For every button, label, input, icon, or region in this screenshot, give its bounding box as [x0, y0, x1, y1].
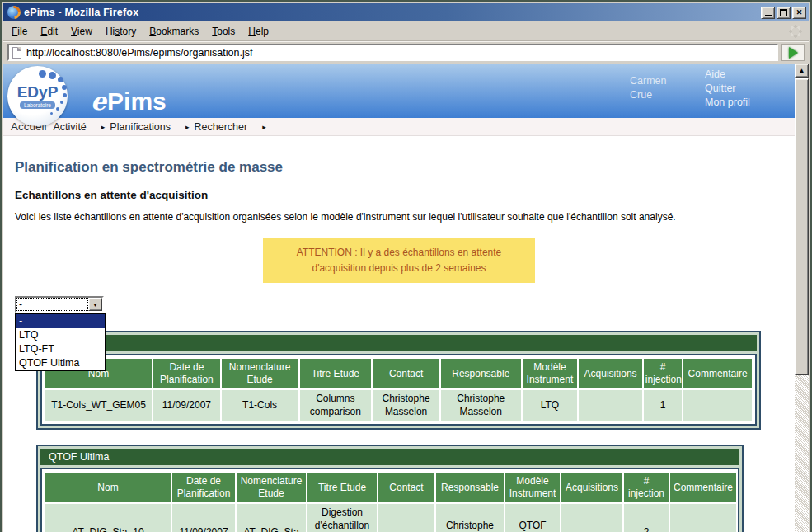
- cell-date: 11/09/2007: [172, 504, 235, 532]
- cell-date: 11/09/2007: [153, 390, 220, 421]
- main-nav: Accueil Activité ▸ Planifications ▸ Rech…: [3, 118, 795, 136]
- col-commentaire: Commentaire: [670, 473, 736, 502]
- site-header: ePims Carmen Crue Aide Quitter Mon profi…: [3, 64, 795, 118]
- col-titre: Titre Etude: [307, 473, 377, 502]
- cell-contact: Christophe Masselon: [373, 390, 439, 421]
- option-qtof-ultima[interactable]: QTOF Ultima: [16, 356, 105, 370]
- option-ltq-ft[interactable]: LTQ-FT: [16, 342, 105, 356]
- section-title: Echantillons en attente d'acquisition: [15, 189, 786, 201]
- window-titlebar[interactable]: ePims - Mozilla Firefox ✕: [3, 3, 809, 21]
- header-links: Aide Quitter Mon profil: [705, 68, 750, 110]
- col-date: Date de Planification: [153, 359, 220, 388]
- submenu-arrow-icon: ▸: [90, 123, 107, 131]
- cell-injection: 2: [624, 504, 669, 532]
- warning-banner: ATTENTION : Il y a des échantillons en a…: [263, 238, 535, 283]
- page-viewport: ePims Carmen Crue Aide Quitter Mon profi…: [3, 64, 795, 532]
- cell-acquisitions: [561, 504, 622, 532]
- page-icon: [12, 47, 21, 59]
- go-button[interactable]: [781, 44, 805, 61]
- table-1-title: [40, 335, 757, 351]
- menu-history[interactable]: History: [99, 23, 143, 40]
- option-ltq[interactable]: LTQ: [16, 328, 105, 342]
- minimize-button[interactable]: [761, 7, 775, 19]
- col-titre: Titre Etude: [300, 359, 372, 388]
- table-row: T1-Cols_WT_GEM05 11/09/2007 T1-Cols Colu…: [45, 390, 752, 421]
- maximize-icon: [780, 9, 787, 16]
- cell-commentaire: [670, 504, 736, 532]
- table-2-title: QTOF Ultima: [40, 449, 739, 465]
- cell-injection: 1: [644, 390, 682, 421]
- col-acquisitions: Acquisitions: [579, 359, 642, 388]
- chevron-down-icon: ▼: [92, 302, 98, 308]
- close-icon: ✕: [796, 8, 803, 16]
- submenu-arrow-icon: ▸: [174, 123, 191, 131]
- page-title: Planification en spectrométrie de masse: [15, 159, 786, 176]
- table-block-qtof-ultima: QTOF Ultima Nom Date de Planification No…: [36, 445, 744, 532]
- menu-bar: File Edit View History Bookmarks Tools H…: [3, 21, 809, 41]
- table-block-1: Nom Date de Planification Nomenclature E…: [36, 331, 761, 430]
- select-value: -: [16, 298, 88, 311]
- menu-help[interactable]: Help: [242, 23, 275, 40]
- col-date: Date de Planification: [172, 473, 235, 502]
- col-modele: Modèle Instrument: [505, 473, 560, 502]
- instrument-select[interactable]: - ▼: [15, 296, 104, 313]
- col-commentaire: Commentaire: [683, 359, 752, 388]
- menu-view[interactable]: View: [64, 23, 99, 40]
- nav-rechercher[interactable]: Rechercher: [191, 121, 251, 133]
- cell-titre: Digestion d'échantillon total en stackin…: [307, 504, 377, 532]
- col-nomenclature: Nomenclature Etude: [222, 359, 298, 388]
- user-name: Carmen Crue: [630, 74, 704, 102]
- scroll-up-button[interactable]: ▲: [795, 64, 809, 78]
- col-contact: Contact: [378, 473, 434, 502]
- col-modele: Modèle Instrument: [523, 359, 578, 388]
- scroll-up-icon: ▲: [799, 67, 805, 74]
- cell-commentaire: [683, 390, 752, 421]
- edyp-logo: EDyP Laboratoire: [7, 66, 68, 126]
- menu-bookmarks[interactable]: Bookmarks: [143, 23, 205, 40]
- link-aide[interactable]: Aide: [705, 68, 750, 82]
- option-dash[interactable]: -: [16, 314, 105, 328]
- menu-edit[interactable]: Edit: [34, 23, 64, 40]
- sample-name-link[interactable]: T1-Cols_WT_GEM05: [45, 390, 152, 421]
- throbber-icon: [789, 25, 802, 38]
- cell-nomenclature: AT_DIG_Sta: [237, 504, 306, 532]
- cell-responsable: Christophe Masselon: [436, 504, 504, 532]
- link-quitter[interactable]: Quitter: [705, 82, 750, 96]
- vertical-scrollbar[interactable]: ▲: [795, 64, 809, 532]
- nav-activite[interactable]: Activité: [50, 121, 90, 133]
- url-input[interactable]: http://localhost:8080/ePims/epims/organi…: [7, 44, 778, 61]
- browser-window: ePims - Mozilla Firefox ✕ File Edit View…: [0, 0, 812, 532]
- close-button[interactable]: ✕: [792, 7, 806, 19]
- col-nomenclature: Nomenclature Etude: [237, 473, 306, 502]
- col-contact: Contact: [373, 359, 439, 388]
- nav-planifications[interactable]: Planifications: [106, 121, 174, 133]
- col-injection: # injection: [624, 473, 669, 502]
- col-nom: Nom: [45, 473, 171, 502]
- app-name: ePims: [91, 87, 167, 115]
- maximize-button[interactable]: [777, 7, 791, 19]
- instrument-select-row: - ▼ - LTQ LTQ-FT QTOF Ultima: [15, 296, 786, 313]
- col-responsable: Responsable: [441, 359, 521, 388]
- link-mon-profil[interactable]: Mon profil: [705, 96, 750, 110]
- window-title: ePims - Mozilla Firefox: [24, 7, 138, 18]
- table-header-row: Nom Date de Planification Nomenclature E…: [45, 473, 736, 502]
- cell-titre: Columns comparison: [300, 390, 372, 421]
- col-responsable: Responsable: [436, 473, 504, 502]
- page-content: Planification en spectrométrie de masse …: [3, 159, 795, 532]
- cell-modele: QTOF Ultima: [505, 504, 560, 532]
- instrument-dropdown-list: - LTQ LTQ-FT QTOF Ultima: [15, 313, 106, 371]
- intro-text: Voici les liste échantillons en attente …: [15, 211, 786, 223]
- firefox-icon: [7, 6, 21, 19]
- sample-name-link[interactable]: AT_DIG_Sta_10: [45, 504, 171, 532]
- table-header-row: Nom Date de Planification Nomenclature E…: [45, 359, 752, 388]
- cell-nomenclature: T1-Cols: [222, 390, 298, 421]
- menu-file[interactable]: File: [5, 23, 34, 40]
- cell-responsable: Christophe Masselon: [441, 390, 521, 421]
- scrollbar-thumb[interactable]: [795, 78, 809, 375]
- col-acquisitions: Acquisitions: [561, 473, 622, 502]
- menu-tools[interactable]: Tools: [205, 23, 242, 40]
- select-dropdown-button[interactable]: ▼: [88, 298, 102, 311]
- cell-modele: LTQ: [523, 390, 578, 421]
- samples-table-2: Nom Date de Planification Nomenclature E…: [44, 471, 738, 532]
- url-text: http://localhost:8080/ePims/epims/organi…: [26, 47, 252, 59]
